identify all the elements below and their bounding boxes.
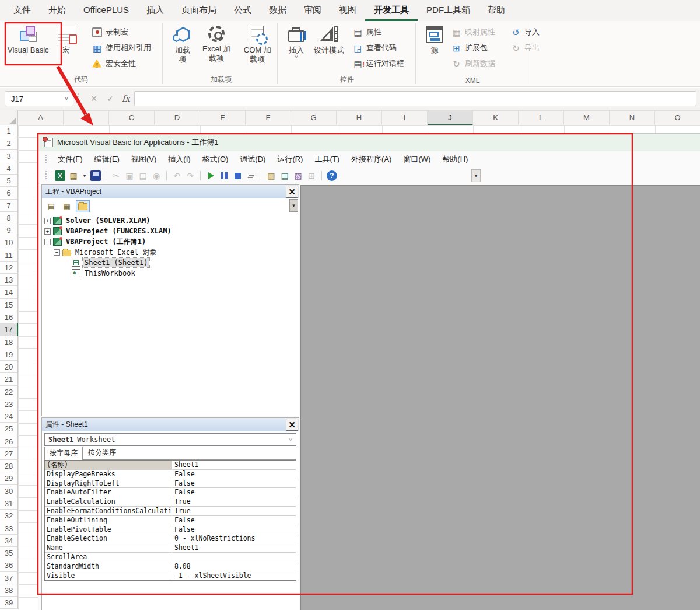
property-value[interactable]: False — [172, 516, 296, 525]
row-header[interactable]: 25 — [0, 423, 18, 435]
row-header[interactable]: 10 — [0, 236, 18, 249]
tree-item[interactable]: Sheet1 (Sheet1) — [43, 257, 288, 268]
vba-toolbar-icon[interactable]: ? — [327, 170, 337, 181]
ribbon-tab[interactable]: 审阅 — [295, 0, 330, 21]
column-header[interactable]: A — [18, 111, 64, 126]
enter-icon[interactable]: ✓ — [103, 91, 118, 106]
property-row[interactable]: (名称) Sheet1 — [45, 461, 296, 470]
ribbon-tab[interactable]: PDF工具箱 — [418, 0, 479, 21]
expander-icon[interactable]: − — [44, 239, 51, 245]
row-header[interactable]: 5 — [0, 175, 18, 187]
ribbon-big-button[interactable]: 加载项 — [170, 23, 195, 65]
ribbon-small-button[interactable]: 录制宏 — [92, 27, 151, 37]
ribbon-tab[interactable]: 插入 — [138, 0, 173, 21]
cancel-icon[interactable]: ✕ — [86, 91, 102, 106]
ribbon-big-button[interactable]: 设计模式 ˅ — [311, 23, 347, 56]
ribbon-big-button[interactable]: 源 — [422, 23, 447, 56]
project-panel-header[interactable]: 工程 - VBAProject ✕ — [42, 185, 299, 198]
tree-item[interactable]: − Microsoft Excel 对象 — [43, 247, 288, 257]
vba-toolbar-icon[interactable] — [198, 170, 202, 181]
vba-toolbar-icon[interactable] — [164, 170, 169, 181]
vba-menu-item[interactable]: 插入(I) — [162, 152, 196, 166]
row-header[interactable]: 33 — [0, 522, 18, 535]
expander-icon[interactable]: + — [44, 218, 51, 224]
property-row[interactable]: StandardWidth 8.08 — [45, 562, 296, 571]
row-header[interactable]: 27 — [0, 448, 18, 460]
properties-tab[interactable]: 按字母序 — [44, 447, 83, 460]
ribbon-big-button[interactable]: Visual Basic — [5, 23, 52, 56]
vba-menu-item[interactable]: 窗口(W) — [397, 152, 436, 166]
column-header[interactable]: G — [291, 111, 337, 126]
property-row[interactable]: Visible -1 - xlSheetVisible — [45, 571, 296, 581]
row-header[interactable]: 3 — [0, 150, 18, 162]
column-header[interactable]: B — [64, 111, 109, 126]
row-header[interactable]: 21 — [0, 373, 18, 385]
property-row[interactable]: EnableAutoFilter False — [45, 488, 296, 497]
vba-menu-item[interactable]: 调试(D) — [234, 152, 271, 166]
column-header[interactable]: D — [155, 111, 200, 126]
vba-toolbar-icon[interactable] — [232, 170, 243, 181]
properties-panel-header[interactable]: 属性 - Sheet1 ✕ — [42, 418, 299, 431]
ribbon-tab[interactable]: 帮助 — [479, 0, 514, 21]
vba-menu-item[interactable]: 运行(R) — [271, 152, 309, 166]
ribbon-big-button[interactable]: 宏 — [54, 23, 79, 56]
insert-function-icon[interactable]: fx — [118, 91, 134, 106]
vba-menu-item[interactable]: 文件(F) — [52, 152, 89, 166]
column-header[interactable]: O — [655, 111, 700, 126]
vba-toolbar-icon[interactable]: ◉ — [151, 170, 162, 181]
column-header[interactable]: K — [473, 111, 519, 126]
ribbon-tab[interactable]: 开始 — [40, 0, 75, 21]
row-header[interactable]: 28 — [0, 460, 18, 472]
row-header[interactable]: 2 — [0, 137, 18, 149]
ribbon-small-button[interactable]: ↺ 导入 — [511, 27, 540, 37]
vba-menu-item[interactable]: 工具(T) — [309, 152, 345, 166]
property-row[interactable]: EnableOutlining False — [45, 516, 296, 525]
close-icon[interactable]: ✕ — [286, 186, 298, 198]
property-row[interactable]: EnablePivotTable False — [45, 525, 296, 535]
row-header[interactable]: 6 — [0, 187, 18, 199]
scrollbar-button[interactable]: ▼ — [289, 199, 298, 212]
ribbon-small-button[interactable]: ▦ 使用相对引用 — [92, 43, 151, 53]
column-header[interactable]: J — [428, 111, 473, 126]
vba-toolbar-icon[interactable] — [104, 170, 108, 181]
vba-toolbar-icon[interactable] — [320, 170, 324, 181]
ribbon-tab[interactable]: 文件 — [5, 0, 40, 21]
property-value[interactable]: 8.08 — [172, 562, 296, 571]
row-header[interactable]: 30 — [0, 485, 18, 497]
vba-toolbar-icon[interactable]: ▦ — [68, 170, 79, 181]
vba-title-bar[interactable]: Microsoft Visual Basic for Applications … — [38, 134, 700, 151]
row-header[interactable]: 14 — [0, 286, 18, 298]
ribbon-small-button[interactable]: ▤ 运行对话框 — [353, 58, 404, 69]
tree-item[interactable]: ThisWorkbook — [43, 268, 288, 278]
property-value[interactable]: Sheet1 — [172, 461, 296, 469]
row-header[interactable]: 1 — [0, 125, 18, 137]
property-value[interactable]: False — [172, 470, 296, 479]
property-value[interactable]: True — [172, 507, 296, 515]
project-toolbar-button[interactable] — [76, 200, 90, 212]
tree-item[interactable]: + VBAProject (FUNCRES.XLAM) — [43, 226, 288, 236]
row-header[interactable]: 38 — [0, 584, 18, 597]
column-header[interactable]: L — [519, 111, 564, 126]
property-row[interactable]: DisplayRightToLeft False — [45, 479, 296, 489]
row-header[interactable]: 11 — [0, 249, 18, 262]
vba-menu-item[interactable]: 外接程序(A) — [345, 152, 397, 166]
ribbon-tab[interactable]: OfficePLUS — [75, 0, 138, 21]
vba-toolbar-icon[interactable]: ↶ — [172, 170, 182, 181]
row-header[interactable]: 29 — [0, 472, 18, 484]
ribbon-small-button[interactable]: ↻ 导出 — [511, 43, 540, 53]
property-value[interactable]: Sheet1 — [172, 543, 296, 552]
property-row[interactable]: EnableCalculation True — [45, 497, 296, 507]
name-box[interactable]: J17 ˅ — [5, 91, 74, 106]
properties-tab[interactable]: 按分类序 — [83, 446, 121, 459]
property-row[interactable]: EnableFormatConditionsCalculation True — [45, 507, 296, 516]
ribbon-tab[interactable]: 视图 — [330, 0, 365, 21]
vba-toolbar-icon[interactable]: ⊞ — [306, 170, 317, 181]
ribbon-tab[interactable]: 开发工具 — [365, 0, 418, 21]
vba-menu-item[interactable]: 视图(V) — [125, 152, 162, 166]
property-value[interactable]: -1 - xlSheetVisible — [172, 571, 296, 581]
column-header[interactable]: M — [564, 111, 610, 126]
row-header[interactable]: 12 — [0, 262, 18, 274]
row-header[interactable]: 31 — [0, 497, 18, 510]
column-header[interactable]: C — [109, 111, 155, 126]
ribbon-tab[interactable]: 页面布局 — [173, 0, 225, 21]
